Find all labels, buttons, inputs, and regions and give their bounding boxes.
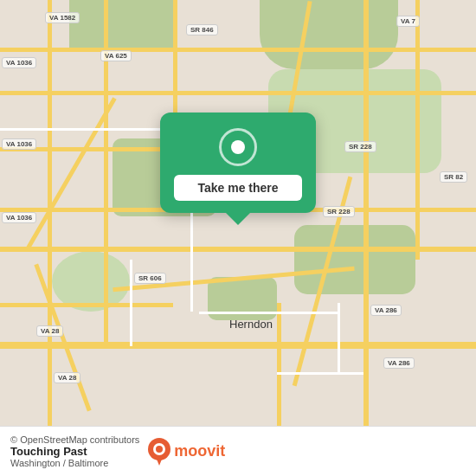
- label-va1036b: VA 1036: [2, 138, 36, 150]
- label-sr82: SR 82: [440, 171, 467, 183]
- road-v3: [363, 0, 369, 476]
- road-w5: [277, 372, 363, 375]
- label-va286b: VA 286: [383, 357, 415, 369]
- green-area-5: [294, 225, 415, 294]
- label-va7: VA 7: [396, 16, 420, 27]
- road-w6: [338, 303, 340, 372]
- road-h4: [0, 247, 476, 252]
- label-va1582: VA 1582: [45, 12, 80, 23]
- road-v4: [415, 0, 420, 260]
- moovit-logo: moovit: [148, 438, 225, 466]
- moovit-logo-text: moovit: [174, 442, 225, 460]
- svg-point-2: [156, 446, 163, 453]
- label-va1036a: VA 1036: [2, 57, 36, 68]
- location-info: © OpenStreetMap contributors Touching Pa…: [10, 434, 139, 468]
- label-sr228a: SR 228: [344, 141, 376, 152]
- road-h7: [0, 303, 173, 307]
- road-w3: [199, 312, 338, 314]
- pin-icon-center: [231, 140, 245, 154]
- label-sr606: SR 606: [134, 273, 166, 284]
- label-sr846: SR 846: [186, 24, 218, 35]
- green-area-2: [260, 0, 398, 69]
- road-w4: [130, 260, 132, 346]
- label-va1036c: VA 1036: [2, 212, 36, 223]
- road-v1: [48, 0, 52, 476]
- bottom-bar: © OpenStreetMap contributors Touching Pa…: [0, 426, 476, 476]
- map-container: VA 1582 SR 846 VA 7 VA 1036 VA 625 SR 22…: [0, 0, 476, 476]
- place-name: Touching Past: [10, 445, 139, 458]
- moovit-pin-icon: [148, 438, 170, 466]
- svg-marker-3: [156, 457, 163, 466]
- label-sr228b: SR 228: [323, 206, 355, 217]
- pin-icon-ring: [219, 128, 257, 166]
- green-area-3: [69, 0, 173, 52]
- place-region: Washington / Baltimore: [10, 458, 139, 468]
- road-h1: [0, 48, 476, 52]
- label-va28a: VA 28: [36, 325, 63, 337]
- city-label-herndon: Herndon: [229, 318, 273, 331]
- take-me-there-button[interactable]: Take me there: [174, 175, 302, 201]
- label-va28b: VA 28: [54, 372, 80, 383]
- label-va625: VA 625: [100, 50, 132, 61]
- popup-card: Take me there: [160, 113, 316, 213]
- label-va286a: VA 286: [370, 305, 402, 316]
- road-h6: [0, 342, 476, 349]
- copyright-text: © OpenStreetMap contributors: [10, 434, 139, 445]
- road-w1: [0, 128, 173, 131]
- road-h2: [0, 91, 476, 95]
